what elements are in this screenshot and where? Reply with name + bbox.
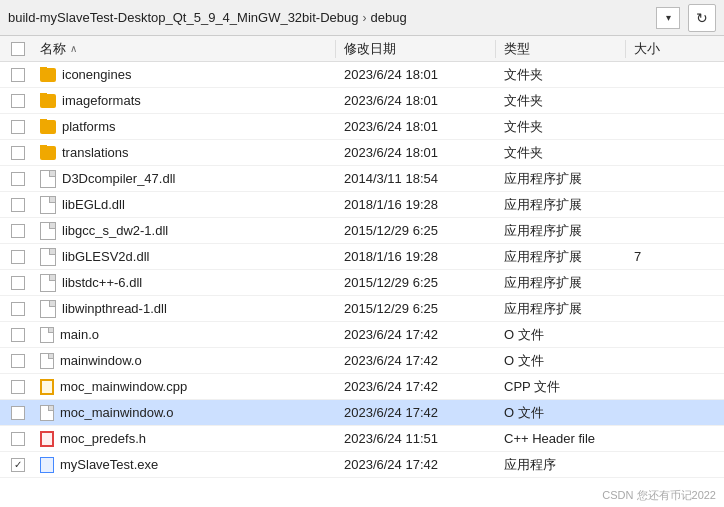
file-name-label: libwinpthread-1.dll	[62, 301, 167, 316]
file-date-cell: 2018/1/16 19:28	[336, 197, 496, 212]
table-row[interactable]: libwinpthread-1.dll2015/12/29 6:25应用程序扩展	[0, 296, 724, 322]
file-type-cell: 文件夹	[496, 92, 626, 110]
dll-file-icon	[40, 300, 56, 318]
type-column-header[interactable]: 类型	[496, 40, 626, 58]
file-type-cell: O 文件	[496, 352, 626, 370]
file-date-cell: 2018/1/16 19:28	[336, 249, 496, 264]
checkbox-icon[interactable]	[11, 224, 25, 238]
folder-icon	[40, 146, 56, 160]
file-name-label: libEGLd.dll	[62, 197, 125, 212]
size-column-header[interactable]: 大小	[626, 40, 724, 58]
file-name-cell: moc_predefs.h	[36, 431, 336, 447]
select-all-checkbox[interactable]	[11, 42, 25, 56]
file-date-cell: 2015/12/29 6:25	[336, 275, 496, 290]
path-part-2: debug	[370, 10, 406, 25]
file-name-cell: mySlaveTest.exe	[36, 457, 336, 473]
name-column-header[interactable]: 名称 ∧	[36, 40, 336, 58]
file-name-cell: platforms	[36, 119, 336, 134]
file-name-label: D3Dcompiler_47.dll	[62, 171, 175, 186]
file-name-label: moc_mainwindow.cpp	[60, 379, 187, 394]
row-checkbox[interactable]	[0, 328, 36, 342]
checkbox-icon[interactable]	[11, 302, 25, 316]
table-row[interactable]: moc_mainwindow.o2023/6/24 17:42O 文件	[0, 400, 724, 426]
file-name-label: main.o	[60, 327, 99, 342]
row-checkbox[interactable]: ✓	[0, 458, 36, 472]
file-name-label: mainwindow.o	[60, 353, 142, 368]
file-name-cell: imageformats	[36, 93, 336, 108]
table-row[interactable]: iconengines2023/6/24 18:01文件夹	[0, 62, 724, 88]
row-checkbox[interactable]	[0, 250, 36, 264]
table-row[interactable]: mainwindow.o2023/6/24 17:42O 文件	[0, 348, 724, 374]
row-checkbox[interactable]	[0, 302, 36, 316]
table-row[interactable]: moc_predefs.h2023/6/24 11:51C++ Header f…	[0, 426, 724, 452]
checkbox-icon[interactable]	[11, 354, 25, 368]
type-header-label: 类型	[504, 41, 530, 56]
table-row[interactable]: moc_mainwindow.cpp2023/6/24 17:42CPP 文件	[0, 374, 724, 400]
file-type-cell: 文件夹	[496, 66, 626, 84]
table-row[interactable]: main.o2023/6/24 17:42O 文件	[0, 322, 724, 348]
table-row[interactable]: platforms2023/6/24 18:01文件夹	[0, 114, 724, 140]
file-date-cell: 2023/6/24 17:42	[336, 379, 496, 394]
refresh-button[interactable]: ↻	[688, 4, 716, 32]
file-name-label: iconengines	[62, 67, 131, 82]
row-checkbox[interactable]	[0, 198, 36, 212]
generic-file-icon	[40, 405, 54, 421]
file-name-cell: iconengines	[36, 67, 336, 82]
file-name-label: platforms	[62, 119, 115, 134]
checkbox-icon[interactable]	[11, 198, 25, 212]
table-row[interactable]: libEGLd.dll2018/1/16 19:28应用程序扩展	[0, 192, 724, 218]
file-date-cell: 2023/6/24 18:01	[336, 145, 496, 160]
table-row[interactable]: libGLESV2d.dll2018/1/16 19:28应用程序扩展7	[0, 244, 724, 270]
file-type-cell: O 文件	[496, 326, 626, 344]
checkbox-icon[interactable]	[11, 250, 25, 264]
checkbox-icon[interactable]	[11, 328, 25, 342]
table-row[interactable]: imageformats2023/6/24 18:01文件夹	[0, 88, 724, 114]
checkbox-icon[interactable]: ✓	[11, 458, 25, 472]
checkbox-icon[interactable]	[11, 94, 25, 108]
file-name-label: moc_predefs.h	[60, 431, 146, 446]
row-checkbox[interactable]	[0, 224, 36, 238]
checkbox-icon[interactable]	[11, 146, 25, 160]
table-row[interactable]: ✓mySlaveTest.exe2023/6/24 17:42应用程序	[0, 452, 724, 478]
row-checkbox[interactable]	[0, 94, 36, 108]
checkbox-icon[interactable]	[11, 68, 25, 82]
file-size-cell: 7	[626, 249, 724, 264]
file-date-cell: 2023/6/24 17:42	[336, 405, 496, 420]
file-name-label: moc_mainwindow.o	[60, 405, 173, 420]
path-separator: ›	[362, 11, 366, 25]
row-checkbox[interactable]	[0, 432, 36, 446]
file-date-cell: 2023/6/24 17:42	[336, 353, 496, 368]
checkbox-icon[interactable]	[11, 172, 25, 186]
file-type-cell: C++ Header file	[496, 431, 626, 446]
row-checkbox[interactable]	[0, 380, 36, 394]
row-checkbox[interactable]	[0, 68, 36, 82]
table-row[interactable]: libgcc_s_dw2-1.dll2015/12/29 6:25应用程序扩展	[0, 218, 724, 244]
checkbox-icon[interactable]	[11, 380, 25, 394]
row-checkbox[interactable]	[0, 354, 36, 368]
table-row[interactable]: D3Dcompiler_47.dll2014/3/11 18:54应用程序扩展	[0, 166, 724, 192]
date-column-header[interactable]: 修改日期	[336, 40, 496, 58]
checkbox-icon[interactable]	[11, 276, 25, 290]
row-checkbox[interactable]	[0, 406, 36, 420]
checkbox-icon[interactable]	[11, 406, 25, 420]
table-row[interactable]: libstdc++-6.dll2015/12/29 6:25应用程序扩展	[0, 270, 724, 296]
file-name-cell: moc_mainwindow.o	[36, 405, 336, 421]
table-row[interactable]: translations2023/6/24 18:01文件夹	[0, 140, 724, 166]
row-checkbox[interactable]	[0, 172, 36, 186]
file-name-cell: libEGLd.dll	[36, 196, 336, 214]
file-date-cell: 2023/6/24 18:01	[336, 93, 496, 108]
file-date-cell: 2014/3/11 18:54	[336, 171, 496, 186]
file-type-cell: 应用程序扩展	[496, 170, 626, 188]
dll-file-icon	[40, 248, 56, 266]
row-checkbox[interactable]	[0, 120, 36, 134]
checkbox-icon[interactable]	[11, 432, 25, 446]
dll-file-icon	[40, 222, 56, 240]
file-type-cell: 应用程序	[496, 456, 626, 474]
file-date-cell: 2023/6/24 18:01	[336, 67, 496, 82]
row-checkbox[interactable]	[0, 146, 36, 160]
checkbox-icon[interactable]	[11, 120, 25, 134]
file-name-label: libstdc++-6.dll	[62, 275, 142, 290]
path-dropdown-button[interactable]: ▾	[656, 7, 680, 29]
row-checkbox[interactable]	[0, 276, 36, 290]
file-name-cell: libgcc_s_dw2-1.dll	[36, 222, 336, 240]
